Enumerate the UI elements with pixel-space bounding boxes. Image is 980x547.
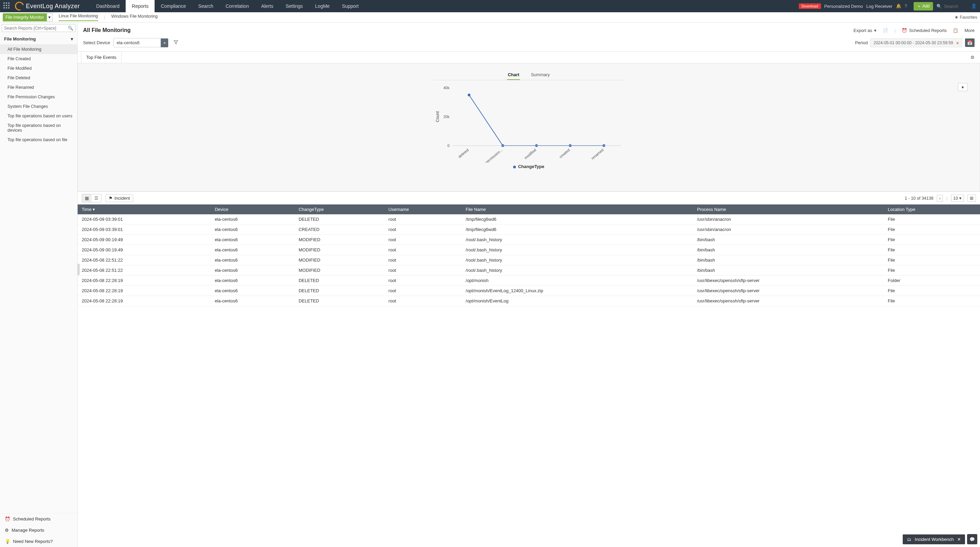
table-row[interactable]: 2024-05-09 03:39:01ela-centos6CREATEDroo…	[78, 225, 980, 235]
page-info: 1 - 10 of 34138	[905, 196, 933, 201]
help-icon[interactable]: ?	[905, 3, 910, 9]
tab-top-file-events[interactable]: Top File Events	[81, 51, 122, 63]
col-header[interactable]: Device	[211, 205, 294, 214]
svg-text:40k: 40k	[443, 86, 449, 90]
subtab-linux[interactable]: Linux File Monitoring	[59, 14, 98, 21]
workbench-icon: 🗂	[907, 537, 911, 542]
col-header[interactable]: ChangeType	[294, 205, 385, 214]
sidebar-collapse-handle[interactable]	[77, 264, 80, 275]
nav-compliance[interactable]: Compliance	[154, 0, 192, 12]
col-header[interactable]: Process Name	[693, 205, 884, 214]
col-header[interactable]: Username	[385, 205, 462, 214]
sidebar-item[interactable]: Top file operations based on file	[0, 135, 77, 144]
sidebar-item[interactable]: File Modified	[0, 63, 77, 73]
col-header[interactable]: Time ▾	[78, 205, 211, 214]
sidebar-list: All File MonitoringFile CreatedFile Modi…	[0, 44, 77, 144]
sidebar-item[interactable]: Top file operations based on devices	[0, 121, 77, 135]
export-columns-icon[interactable]: 📋	[953, 28, 958, 33]
col-header[interactable]: File Name	[462, 205, 693, 214]
columns-button[interactable]: ⊞	[967, 195, 976, 202]
col-header[interactable]: Location Type	[884, 205, 980, 214]
svg-text:20k: 20k	[443, 115, 449, 119]
nav-logme[interactable]: LogMe	[309, 0, 336, 12]
table-row[interactable]: 2024-05-08 22:51:22ela-centos6MODIFIEDro…	[78, 265, 980, 276]
period-picker[interactable]: 2024-05-01 00:00:00 - 2024-05-30 23:59:5…	[870, 38, 962, 47]
nav-dashboard[interactable]: Dashboard	[90, 0, 126, 12]
table-row[interactable]: 2024-05-08 22:28:19ela-centos6DELETEDroo…	[78, 276, 980, 286]
filter-icon[interactable]	[173, 40, 178, 46]
download-pill[interactable]: Download	[799, 3, 821, 9]
nav-correlation[interactable]: Correlation	[219, 0, 255, 12]
nav-reports[interactable]: Reports	[126, 0, 154, 12]
global-search[interactable]: 🔍	[936, 4, 968, 9]
sidebar-item[interactable]: File Renamed	[0, 82, 77, 92]
table-row[interactable]: 2024-05-09 03:39:01ela-centos6DELETEDroo…	[78, 214, 980, 225]
fim-pill[interactable]: File Integrity Monitor	[3, 13, 47, 21]
fim-dropdown[interactable]: ▾	[47, 13, 52, 21]
sidebar-scheduled-reports[interactable]: ⏰Scheduled Reports	[0, 513, 77, 525]
close-icon[interactable]: ✕	[957, 537, 961, 542]
table-row[interactable]: 2024-05-08 22:28:19ela-centos6DELETEDroo…	[78, 296, 980, 306]
chart-tab-chart[interactable]: Chart	[507, 70, 520, 80]
nav-alerts[interactable]: Alerts	[255, 0, 280, 12]
topbar: EventLog Analyzer DashboardReportsCompli…	[0, 0, 980, 12]
sidebar-item[interactable]: File Created	[0, 54, 77, 63]
favorites-link[interactable]: ★ Favorites	[955, 14, 977, 20]
brand[interactable]: EventLog Analyzer	[15, 2, 80, 11]
sidebar-item[interactable]: File Deleted	[0, 73, 77, 82]
chart-settings-icon[interactable]: ⚙	[969, 53, 977, 62]
table-row[interactable]: 2024-05-09 00:19:49ela-centos6MODIFIEDro…	[78, 245, 980, 255]
sidebar-need-new[interactable]: 💡Need New Reports?	[0, 536, 77, 547]
sidebar-manage-reports[interactable]: ⚙Manage Reports	[0, 525, 77, 536]
clear-period-icon[interactable]: ⨯	[956, 40, 959, 45]
svg-text:renamed: renamed	[590, 147, 605, 160]
notification-icon[interactable]: 🔔	[896, 3, 901, 9]
sidebar-item[interactable]: System File Changes	[0, 102, 77, 111]
device-select[interactable]: ela-centos6	[113, 38, 161, 47]
scheduled-reports-button[interactable]: ⏰Scheduled Reports	[902, 28, 947, 33]
chart-expand-button[interactable]: ▾	[958, 83, 967, 91]
nav-search[interactable]: Search	[192, 0, 219, 12]
subtab-windows[interactable]: Windows File Monitoring	[111, 14, 158, 21]
lightbulb-icon: 💡	[5, 539, 10, 544]
page-size-select[interactable]: 10 ▾	[951, 195, 964, 202]
logreceiver-link[interactable]: Log Receiver	[866, 4, 892, 9]
chart-legend: ChangeType	[83, 164, 974, 169]
search-icon: 🔍	[68, 25, 73, 31]
chat-fab[interactable]: 💬	[967, 534, 977, 544]
demo-link[interactable]: Personalized Demo	[824, 4, 863, 9]
user-avatar-icon[interactable]: 👤	[971, 3, 977, 9]
chart-tab-summary[interactable]: Summary	[530, 70, 550, 80]
view-grid-icon[interactable]: ▦	[82, 194, 92, 202]
sidebar-item[interactable]: Top file operations based on users	[0, 111, 77, 121]
main-content: All File Monitoring Export as ▾ 📄 | ⏰Sch…	[78, 22, 980, 547]
incident-button[interactable]: ⚑Incident	[105, 194, 133, 202]
calendar-icon[interactable]: 📅	[965, 38, 975, 47]
period-label: Period	[855, 40, 868, 45]
sub-tabs: File Integrity Monitor ▾ Linux File Moni…	[0, 12, 980, 22]
table-row[interactable]: 2024-05-09 00:19:49ela-centos6MODIFIEDro…	[78, 235, 980, 245]
gear-icon: ⚙	[5, 528, 9, 533]
sidebar-item[interactable]: All File Monitoring	[0, 44, 77, 54]
sidebar-search-input[interactable]	[4, 26, 68, 31]
table-row[interactable]: 2024-05-08 22:28:19ela-centos6DELETEDroo…	[78, 286, 980, 296]
table-row[interactable]: 2024-05-08 22:51:22ela-centos6MODIFIEDro…	[78, 255, 980, 265]
results-table: Time ▾DeviceChangeTypeUsernameFile NameP…	[78, 205, 980, 306]
view-list-icon[interactable]: ☰	[92, 194, 101, 202]
app-launcher-icon[interactable]	[3, 2, 11, 10]
next-page-button[interactable]: ›	[937, 195, 943, 202]
svg-text:created: created	[558, 147, 571, 159]
svg-text:deleted: deleted	[457, 147, 469, 159]
sidebar-search[interactable]: 🔍	[2, 24, 76, 32]
nav-settings[interactable]: Settings	[280, 0, 309, 12]
nav-support[interactable]: Support	[336, 0, 365, 12]
incident-workbench-bar[interactable]: 🗂 Incident Workbench ✕	[903, 534, 965, 544]
export-settings-icon[interactable]: 📄	[883, 28, 888, 33]
global-search-input[interactable]	[944, 4, 968, 9]
export-as-button[interactable]: Export as ▾	[853, 28, 877, 33]
add-device-button[interactable]: ＋	[161, 38, 168, 47]
more-button[interactable]: More	[964, 28, 975, 33]
add-button[interactable]: ＋ Add	[913, 2, 933, 11]
sidebar-section-header[interactable]: File Monitoring▾	[0, 34, 77, 44]
sidebar-item[interactable]: File Permission Changes	[0, 92, 77, 102]
